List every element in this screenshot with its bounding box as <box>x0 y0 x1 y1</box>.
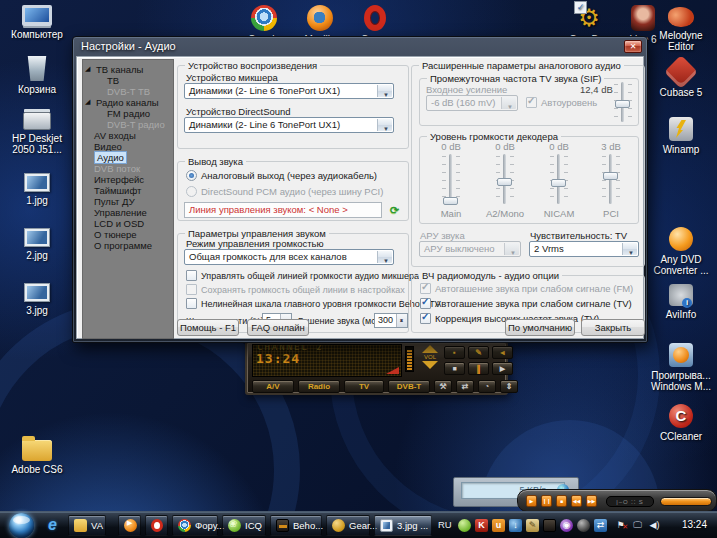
tv-automute-checkbox-row[interactable]: Автогашение звука при слабом сигнале (TV… <box>420 298 632 309</box>
purple-app-tray-icon[interactable]: ◉ <box>560 519 573 532</box>
utorrent-tray-icon[interactable]: u <box>492 519 505 532</box>
taskbar-button-3jpg[interactable]: 3.jpg ... <box>374 515 432 536</box>
tree-expand-icon[interactable] <box>85 65 93 73</box>
nonlinear-scale-checkbox-row[interactable]: Нелинейная шкала главного уровня громкос… <box>186 298 441 309</box>
slider-thumb[interactable] <box>551 179 566 187</box>
download-master-tray-icon[interactable]: ↓ <box>509 519 522 532</box>
checkbox-unchecked-icon[interactable] <box>186 298 197 309</box>
player-stop-button[interactable]: ■ <box>556 495 567 507</box>
sync-tray-icon[interactable]: ⇄ <box>594 519 607 532</box>
tree-item-control[interactable]: Управление <box>83 207 173 218</box>
tree-item-about-tuner[interactable]: О тюнере <box>83 229 173 240</box>
volume-slider[interactable] <box>548 154 570 204</box>
desktop-icon-2jpg[interactable]: 2.jpg <box>4 228 70 261</box>
tree-item-tv[interactable]: ТВ <box>83 75 173 86</box>
desktop-icon-1jpg[interactable]: 1.jpg <box>4 173 70 206</box>
kaspersky-tray-icon[interactable]: K <box>475 519 488 532</box>
timer-button[interactable] <box>478 380 496 393</box>
desktop-icon-3jpg[interactable]: 3.jpg <box>4 283 70 316</box>
player-pause-button[interactable]: ❙❙ <box>541 495 552 507</box>
taskbar-button-behold-tv[interactable]: Beho... <box>270 515 322 536</box>
taskbar-button-forum-chrome[interactable]: Фору... <box>172 515 218 536</box>
dvbt-mode-button[interactable]: DVB-T <box>388 380 430 393</box>
tree-expand-icon[interactable] <box>85 98 93 106</box>
desktop-icon-recycle-bin[interactable]: Корзина <box>4 56 70 95</box>
desktop-icon-adobe-cs6[interactable]: Adobe CS6 <box>4 440 70 475</box>
snapshot-button[interactable] <box>444 346 465 359</box>
settings-wrench-button[interactable] <box>434 380 452 393</box>
punto-switcher-tray-icon[interactable]: ✎ <box>526 519 539 532</box>
tv-mode-button[interactable]: TV <box>344 380 384 393</box>
radio-selected-icon[interactable] <box>186 170 197 181</box>
mute-time-spinner[interactable]: 300 <box>374 313 408 328</box>
player-forward-button[interactable]: ▶▶ <box>586 495 597 507</box>
taskbar-button-icq[interactable]: ICQ <box>222 515 266 536</box>
desktop-icon-cubase[interactable]: Cubase 5 <box>648 60 714 98</box>
player-play-button[interactable]: ▶ <box>526 495 537 507</box>
desktop-icon-aviinfo[interactable]: AviInfo <box>648 284 714 320</box>
gray-app-tray-icon[interactable] <box>577 519 590 532</box>
slider-thumb[interactable] <box>443 197 458 205</box>
behold-tray-icon[interactable] <box>543 519 556 532</box>
tree-item-about-program[interactable]: О программе <box>83 240 173 251</box>
volume-up-icon[interactable] <box>422 345 438 353</box>
help-button[interactable]: Помощь - F1 <box>177 319 239 336</box>
volume-down-icon[interactable] <box>422 361 438 369</box>
checkbox-unchecked-icon[interactable] <box>186 270 197 281</box>
volume-mode-select[interactable]: Общая громкость для всех каналов <box>184 249 394 265</box>
player-rewind-button[interactable]: ◀◀ <box>571 495 582 507</box>
analog-output-radio-row[interactable]: Аналоговый выход (через аудиокабель) <box>186 170 377 181</box>
player-progress-bar[interactable] <box>660 497 712 506</box>
tree-item-lcd-osd[interactable]: LCD и OSD <box>83 218 173 229</box>
icq-tray-icon[interactable] <box>458 519 471 532</box>
desktop-icon-computer[interactable]: Компьютер <box>4 5 70 40</box>
display-tray-icon[interactable]: 🖵 <box>631 519 644 532</box>
volume-slider[interactable] <box>494 154 516 204</box>
volume-tray-icon[interactable]: ◀) <box>648 519 661 532</box>
tree-item-fm-radio[interactable]: FM радио <box>83 108 173 119</box>
mixer-device-select[interactable]: Динамики (2- Line 6 TonePort UX1) <box>184 83 394 99</box>
tree-item-timeshift[interactable]: Таймшифт <box>83 185 173 196</box>
refresh-sound-lines-icon[interactable] <box>390 203 404 217</box>
close-button[interactable]: Закрыть <box>581 319 645 336</box>
close-icon[interactable] <box>624 40 642 53</box>
tree-item-interface[interactable]: Интерфейс <box>83 174 173 185</box>
desktop-icon-windows-media-player[interactable]: Проигрыва... Windows M... <box>648 343 714 392</box>
sensitivity-select[interactable]: 2 Vrms <box>529 241 639 257</box>
radio-mode-button[interactable]: Radio <box>298 380 340 393</box>
checkbox-checked-icon[interactable] <box>420 313 431 324</box>
desktop-icon-hp-deskjet[interactable]: HP Deskjet 2050 J51... <box>4 112 70 155</box>
taskbar-button-opera[interactable] <box>145 515 168 536</box>
pause-button[interactable] <box>468 362 489 375</box>
desktop-icon-winamp[interactable]: Winamp <box>648 117 714 155</box>
spinner-arrows-icon[interactable] <box>396 314 407 327</box>
internet-explorer-quicklaunch-icon[interactable] <box>48 516 66 534</box>
taskbar-button-va-folder[interactable]: VA <box>68 515 106 536</box>
av-mode-button[interactable]: A/V <box>252 380 294 393</box>
taskbar-button-gearbox[interactable]: Gear... <box>326 515 370 536</box>
dialog-titlebar[interactable]: Настройки - Аудио <box>73 37 647 56</box>
tree-item-radio-channels[interactable]: Радио каналы <box>83 97 173 108</box>
mute-button[interactable] <box>492 346 513 359</box>
desktop-icon-anydvd-converter[interactable]: Any DVD Converter ... <box>648 227 714 276</box>
network-error-tray-icon[interactable]: ⚑✕ <box>614 519 627 532</box>
play-button[interactable] <box>492 362 513 375</box>
slider-thumb[interactable] <box>497 178 512 186</box>
master-line-checkbox-row[interactable]: Управлять общей линией громкости аудио м… <box>186 270 419 281</box>
volume-slider[interactable] <box>600 154 622 204</box>
desktop-icon-melodyne[interactable]: Melodyne Editor <box>648 7 714 52</box>
tree-item-av-inputs[interactable]: AV входы <box>83 130 173 141</box>
tree-item-tv-channels[interactable]: ТВ каналы <box>83 64 173 75</box>
language-indicator[interactable]: RU <box>438 519 452 530</box>
checkbox-checked-icon[interactable] <box>420 298 431 309</box>
directsound-device-select[interactable]: Динамики (2- Line 6 TonePort UX1) <box>184 117 394 133</box>
tree-item-audio[interactable]: Аудио <box>83 152 173 163</box>
volume-slider[interactable] <box>440 154 462 204</box>
taskbar-button-media-player[interactable] <box>118 515 141 536</box>
stop-button[interactable] <box>444 362 465 375</box>
slider-thumb[interactable] <box>603 172 618 180</box>
edit-button[interactable] <box>468 346 489 359</box>
faq-button[interactable]: FAQ онлайн <box>247 319 309 336</box>
channel-updown-button[interactable] <box>500 380 518 393</box>
start-button[interactable] <box>9 513 34 538</box>
